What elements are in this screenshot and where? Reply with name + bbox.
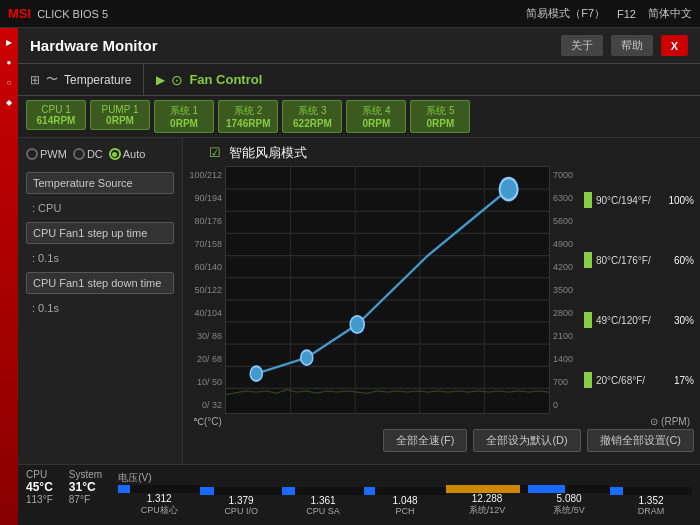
- voltage-bar-container-3: [364, 487, 446, 495]
- voltage-name-3: PCH: [396, 506, 415, 516]
- voltage-bar-fill-0: [118, 485, 130, 493]
- chart-bottom: ℃(°C) ⊙ (RPM): [189, 414, 694, 429]
- svg-point-17: [500, 178, 518, 200]
- app-title: CLICK BIOS 5: [37, 8, 526, 20]
- tab-temperature[interactable]: ⊞ 〜 Temperature: [18, 64, 144, 95]
- voltage-item-2: 1.361CPU SA: [282, 487, 364, 516]
- voltage-item-1: 1.379CPU I/O: [200, 487, 282, 516]
- cpu-f: 113°F: [26, 494, 53, 505]
- fan-bottom-icon: ⊙ (RPM): [650, 416, 690, 427]
- voltage-section: 电压(V) 1.312CPU核心1.379CPU I/O1.361CPU SA1…: [118, 469, 692, 517]
- system-label: System: [69, 469, 102, 480]
- cpu-monitor: CPU 45°C 113°F: [26, 469, 53, 505]
- rpm-label-0: 7000: [553, 170, 584, 180]
- fan-btn-4[interactable]: 系统 3622RPM: [282, 100, 342, 133]
- fan-btn-1[interactable]: PUMP 10RPM: [90, 100, 150, 130]
- auto-option[interactable]: Auto: [109, 148, 146, 160]
- chart-container: 100/212 90/194 80/176 70/158 60/140 50/1…: [189, 166, 694, 429]
- temp-text-0: 90°C/194°F/: [596, 195, 651, 206]
- tab-bar: ⊞ 〜 Temperature ▶ ⊙ Fan Control: [18, 64, 700, 96]
- voltage-name-6: DRAM: [638, 506, 665, 516]
- fan-btn-6[interactable]: 系统 50RPM: [410, 100, 470, 133]
- voltage-item-3: 1.048PCH: [364, 487, 446, 516]
- main-content: Hardware Monitor 关于 帮助 X ⊞ 〜 Temperature…: [18, 28, 700, 525]
- chart-title: ☑ 智能风扇模式: [189, 144, 694, 162]
- sidebar-icon-1: ▶: [3, 38, 15, 50]
- pwm-label: PWM: [40, 148, 67, 160]
- chart-title-text: 智能风扇模式: [229, 145, 307, 160]
- voltage-val-3: 1.048: [393, 495, 418, 506]
- fan1-step-down-button[interactable]: CPU Fan1 step down time: [26, 272, 174, 294]
- temp-pct-1: 60%: [674, 255, 694, 266]
- chart-area[interactable]: [225, 166, 550, 414]
- help-button[interactable]: 帮助: [611, 35, 653, 56]
- voltage-row: 1.312CPU核心1.379CPU I/O1.361CPU SA1.048PC…: [118, 485, 692, 517]
- y-label-2: 80/176: [189, 216, 222, 226]
- rpm-label-5: 3500: [553, 285, 584, 295]
- cancel-button[interactable]: 撤销全部设置(C): [587, 429, 694, 452]
- svg-point-14: [250, 366, 262, 381]
- voltage-item-4: 12.288系统/12V: [446, 485, 528, 517]
- voltage-label: 电压(V): [118, 471, 692, 485]
- fan-icon: ⊙: [171, 72, 183, 88]
- temp-bar-0: [584, 192, 592, 208]
- lang-btn[interactable]: 简体中文: [648, 6, 692, 21]
- voltage-name-4: 系统/12V: [469, 504, 506, 517]
- dc-option[interactable]: DC: [73, 148, 103, 160]
- voltage-bar-fill-5: [528, 485, 565, 493]
- system-monitor: System 31°C 87°F: [69, 469, 102, 505]
- system-temp: 31°C: [69, 480, 102, 494]
- rpm-label-4: 4200: [553, 262, 584, 272]
- rpm-label-6: 2800: [553, 308, 584, 318]
- y-label-9: 10/ 50: [189, 377, 222, 387]
- fan-btn-3[interactable]: 系统 21746RPM: [218, 100, 278, 133]
- voltage-val-1: 1.379: [229, 495, 254, 506]
- pwm-radio[interactable]: [26, 148, 38, 160]
- auto-radio[interactable]: [109, 148, 121, 160]
- cpu-temp: 45°C: [26, 480, 53, 494]
- easy-mode-btn[interactable]: 简易模式（F7）: [526, 6, 605, 21]
- window-title: Hardware Monitor: [30, 37, 561, 54]
- rpm-label-1: 6300: [553, 193, 584, 203]
- voltage-bar-fill-1: [200, 487, 214, 495]
- y-label-10: 0/ 32: [189, 400, 222, 410]
- left-panel: PWM DC Auto Temperature Source : CPU CPU…: [18, 138, 183, 464]
- close-button[interactable]: X: [661, 35, 688, 56]
- svg-point-16: [350, 316, 364, 333]
- voltage-bar-container-6: [610, 487, 692, 495]
- pwm-option[interactable]: PWM: [26, 148, 67, 160]
- rpm-label-2: 5600: [553, 216, 584, 226]
- y-label-5: 50/122: [189, 285, 222, 295]
- mode-select: PWM DC Auto: [26, 148, 174, 160]
- sidebar-icon-3: ○: [3, 78, 15, 90]
- temp-text-3: 20°C/68°F/: [596, 375, 645, 386]
- voltage-bar-fill-3: [364, 487, 375, 495]
- top-bar: MSI CLICK BIOS 5 简易模式（F7） F12 简体中文: [0, 0, 700, 28]
- rpm-label-10: 0: [553, 400, 584, 410]
- window-title-bar: Hardware Monitor 关于 帮助 X: [18, 28, 700, 64]
- temp-row-3: 20°C/68°F/ 17%: [584, 372, 694, 388]
- temp-source-button[interactable]: Temperature Source: [26, 172, 174, 194]
- dc-radio[interactable]: [73, 148, 85, 160]
- arrow-icon: ▶: [156, 73, 165, 87]
- left-sidebar: ▶ ● ○ ◆: [0, 28, 18, 525]
- action-buttons: 全部全速(F) 全部设为默认(D) 撤销全部设置(C): [189, 429, 694, 452]
- tab-temperature-label: Temperature: [64, 73, 131, 87]
- voltage-val-4: 12.288: [472, 493, 503, 504]
- sidebar-icon-2: ●: [3, 58, 15, 70]
- fan-btn-5[interactable]: 系统 40RPM: [346, 100, 406, 133]
- about-button[interactable]: 关于: [561, 35, 603, 56]
- temp-bar-1: [584, 252, 592, 268]
- set-default-button[interactable]: 全部设为默认(D): [473, 429, 580, 452]
- fan-btn-0[interactable]: CPU 1614RPM: [26, 100, 86, 130]
- y-label-7: 30/ 86: [189, 331, 222, 341]
- rpm-label-7: 2100: [553, 331, 584, 341]
- f12-btn[interactable]: F12: [617, 8, 636, 20]
- temp-bar-3: [584, 372, 592, 388]
- full-speed-button[interactable]: 全部全速(F): [383, 429, 467, 452]
- auto-label: Auto: [123, 148, 146, 160]
- system-f: 87°F: [69, 494, 102, 505]
- tab-fan-control[interactable]: ▶ ⊙ Fan Control: [144, 64, 700, 95]
- fan1-step-up-button[interactable]: CPU Fan1 step up time: [26, 222, 174, 244]
- fan-btn-2[interactable]: 系统 10RPM: [154, 100, 214, 133]
